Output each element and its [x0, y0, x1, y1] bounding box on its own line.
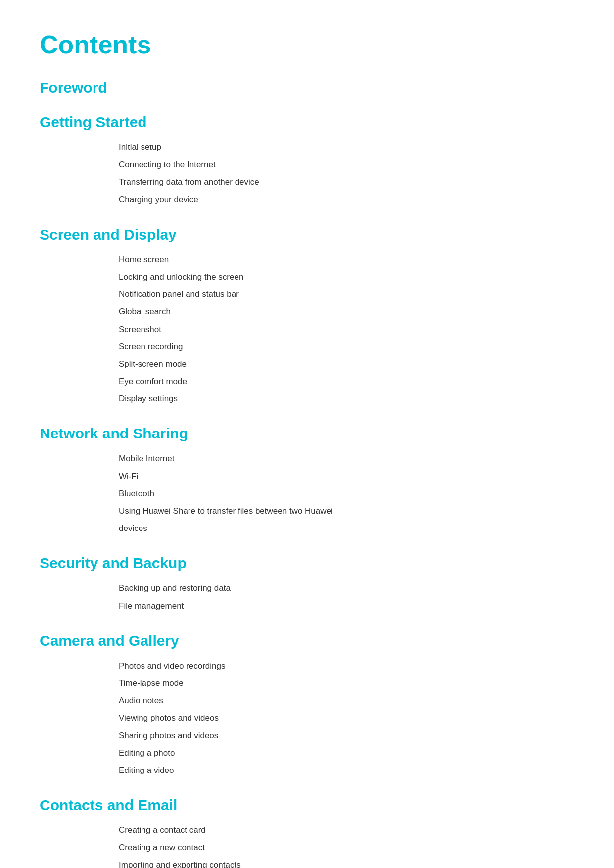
table-row: Using Huawei Share to transfer files bet…	[119, 502, 614, 520]
toc-table-screen-and-display: Home screen6Locking and unlocking the sc…	[119, 251, 614, 408]
table-row: Importing and exporting contacts41	[119, 856, 614, 868]
section-screen-and-display: Screen and DisplayHome screen6Locking an…	[40, 226, 574, 408]
table-row: Mobile Internet24	[119, 450, 614, 467]
table-row: Initial setup2	[119, 139, 614, 156]
table-row: Split-screen mode19	[119, 355, 614, 373]
table-row: Bluetooth27	[119, 485, 614, 502]
table-row: Photos and video recordings34	[119, 657, 614, 675]
toc-item-text: Time-lapse mode	[119, 675, 614, 692]
section-heading-contacts-and-email: Contacts and Email	[40, 797, 574, 814]
toc-item-text: Creating a new contact	[119, 839, 614, 856]
table-row: Editing a photo37	[119, 744, 614, 762]
toc-item-text: Importing and exporting contacts	[119, 856, 614, 868]
toc-table-security-and-backup: Backing up and restoring data30File mana…	[119, 579, 614, 614]
toc-item-text: File management	[119, 597, 614, 615]
toc-item-text: Sharing photos and videos	[119, 727, 614, 744]
table-row: File management31	[119, 597, 614, 615]
section-heading-screen-and-display: Screen and Display	[40, 226, 574, 243]
toc-item-text: Split-screen mode	[119, 355, 614, 373]
section-heading-security-and-backup: Security and Backup	[40, 555, 574, 572]
page-title: Contents	[40, 30, 574, 59]
toc-item-text: Connecting to the Internet	[119, 156, 614, 173]
table-row: devices	[119, 520, 614, 537]
toc-item-text: Editing a video	[119, 762, 614, 779]
toc-table-network-and-sharing: Mobile Internet24Wi-Fi26Bluetooth27Using…	[119, 450, 614, 537]
toc-table-getting-started: Initial setup2Connecting to the Internet…	[119, 139, 614, 208]
section-camera-and-gallery: Camera and GalleryPhotos and video recor…	[40, 632, 574, 779]
table-row: Wi-Fi26	[119, 468, 614, 485]
table-row: Time-lapse mode35	[119, 675, 614, 692]
table-row: Audio notes35	[119, 692, 614, 709]
section-network-and-sharing: Network and SharingMobile Internet24Wi-F…	[40, 425, 574, 537]
table-row: Locking and unlocking the screen10	[119, 268, 614, 286]
toc-container: ForewordGetting StartedInitial setup2Con…	[40, 79, 574, 868]
toc-item-text: Audio notes	[119, 692, 614, 709]
table-row: Display settings22	[119, 390, 614, 407]
table-row: Backing up and restoring data30	[119, 579, 614, 597]
table-row: Sharing photos and videos36	[119, 727, 614, 744]
table-row: Editing a video38	[119, 762, 614, 779]
table-row: Screen recording17	[119, 338, 614, 355]
table-row: Viewing photos and videos35	[119, 709, 614, 726]
toc-item-text: Backing up and restoring data	[119, 579, 614, 597]
section-security-and-backup: Security and BackupBacking up and restor…	[40, 555, 574, 614]
toc-item-text: Creating a contact card	[119, 821, 614, 839]
section-heading-network-and-sharing: Network and Sharing	[40, 425, 574, 442]
table-row: Connecting to the Internet2	[119, 156, 614, 173]
table-row: Creating a contact card40	[119, 821, 614, 839]
toc-item-text: Charging your device	[119, 191, 614, 208]
toc-item-text: Locking and unlocking the screen	[119, 268, 614, 286]
toc-table-camera-and-gallery: Photos and video recordings34Time-lapse …	[119, 657, 614, 779]
section-foreword: Foreword	[40, 79, 574, 96]
toc-item-text: Display settings	[119, 390, 614, 407]
section-heading-camera-and-gallery: Camera and Gallery	[40, 632, 574, 649]
toc-item-text: Notification panel and status bar	[119, 286, 614, 303]
section-heading-getting-started: Getting Started	[40, 114, 574, 131]
toc-item-text: Transferring data from another device	[119, 173, 614, 191]
toc-item-text: Viewing photos and videos	[119, 709, 614, 726]
toc-item-text: Editing a photo	[119, 744, 614, 762]
table-row: Creating a new contact40	[119, 839, 614, 856]
table-row: Charging your device4	[119, 191, 614, 208]
table-row: Notification panel and status bar12	[119, 286, 614, 303]
table-row: Home screen6	[119, 251, 614, 268]
toc-item-text: devices	[119, 520, 614, 537]
section-heading-foreword: Foreword	[40, 79, 574, 96]
table-row: Eye comfort mode21	[119, 373, 614, 390]
table-row: Global search14	[119, 303, 614, 320]
section-contacts-and-email: Contacts and EmailCreating a contact car…	[40, 797, 574, 868]
toc-item-text: Home screen	[119, 251, 614, 268]
table-row: Screenshot15	[119, 321, 614, 338]
toc-item-text: Screen recording	[119, 338, 614, 355]
toc-item-text: Photos and video recordings	[119, 657, 614, 675]
section-getting-started: Getting StartedInitial setup2Connecting …	[40, 114, 574, 208]
toc-item-text: Mobile Internet	[119, 450, 614, 467]
toc-table-contacts-and-email: Creating a contact card40Creating a new …	[119, 821, 614, 868]
toc-item-text: Bluetooth	[119, 485, 614, 502]
table-row: Transferring data from another device3	[119, 173, 614, 191]
toc-item-text: Wi-Fi	[119, 468, 614, 485]
toc-item-text: Using Huawei Share to transfer files bet…	[119, 502, 614, 520]
toc-item-text: Initial setup	[119, 139, 614, 156]
toc-item-text: Global search	[119, 303, 614, 320]
toc-item-text: Screenshot	[119, 321, 614, 338]
toc-item-text: Eye comfort mode	[119, 373, 614, 390]
